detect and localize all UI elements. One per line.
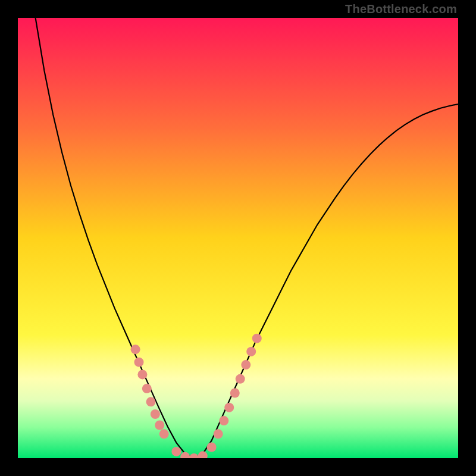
salmon-dot <box>159 429 169 439</box>
salmon-dot <box>246 347 256 356</box>
salmon-dots <box>131 334 262 458</box>
salmon-dot <box>207 443 217 452</box>
salmon-dot <box>131 345 140 354</box>
salmon-dot <box>134 358 144 367</box>
salmon-dot <box>236 374 245 384</box>
salmon-dot <box>214 429 223 439</box>
salmon-dot <box>146 397 156 406</box>
salmon-dot <box>241 360 250 369</box>
salmon-dot <box>189 453 199 458</box>
watermark-text: TheBottleneck.com <box>345 2 457 16</box>
chart-frame: TheBottleneck.com <box>0 0 476 476</box>
salmon-dot <box>180 452 190 458</box>
salmon-dot <box>198 451 208 458</box>
bottleneck-curve <box>36 18 458 458</box>
salmon-dot <box>219 416 228 425</box>
salmon-dot <box>171 447 181 456</box>
salmon-dot <box>137 369 147 379</box>
salmon-dot <box>151 409 160 419</box>
salmon-dot <box>142 384 152 393</box>
salmon-dot <box>230 389 240 398</box>
salmon-dot <box>224 403 234 412</box>
curve-layer <box>18 18 458 458</box>
plot-area <box>18 18 458 458</box>
salmon-dot <box>155 421 164 430</box>
salmon-dot <box>252 334 262 343</box>
